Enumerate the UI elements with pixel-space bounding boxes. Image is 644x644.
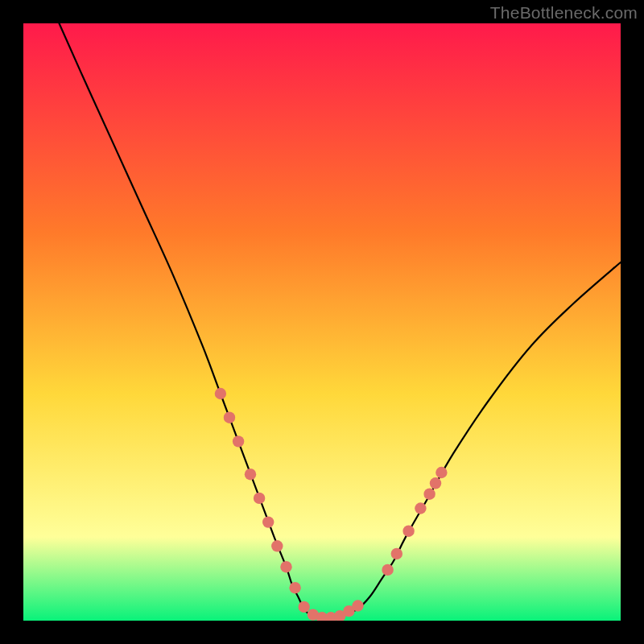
data-marker: [280, 561, 291, 572]
data-marker: [289, 582, 300, 593]
data-marker: [215, 388, 226, 399]
data-marker: [262, 516, 274, 527]
data-marker: [415, 502, 426, 514]
watermark-text: TheBottleneck.com: [490, 3, 638, 23]
data-marker: [271, 540, 283, 551]
gradient-background: [23, 23, 621, 621]
chart-area: [23, 23, 621, 621]
data-marker: [352, 600, 363, 611]
data-marker: [391, 548, 402, 559]
data-marker: [245, 469, 256, 480]
data-marker: [382, 564, 393, 576]
data-marker: [254, 493, 265, 504]
bottleneck-chart: [23, 23, 621, 621]
data-marker: [299, 601, 310, 613]
data-marker: [233, 436, 244, 447]
data-marker: [436, 467, 447, 478]
data-marker: [402, 526, 414, 537]
data-marker: [224, 412, 235, 423]
data-marker: [430, 477, 441, 489]
data-marker: [423, 489, 435, 500]
